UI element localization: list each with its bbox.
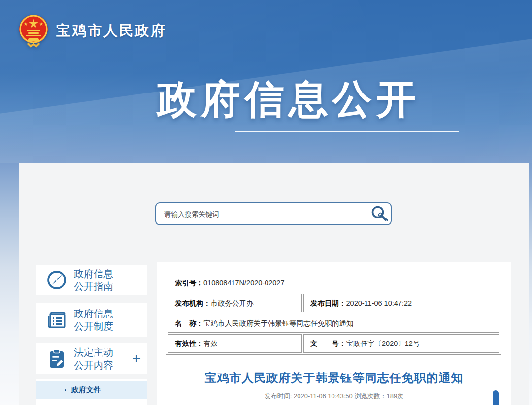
sidebar-item-statutory-disclosure[interactable]: 法定主动 公开内容 + xyxy=(36,343,147,374)
divider-line-right xyxy=(401,214,512,214)
search-box[interactable] xyxy=(155,202,392,225)
sidebar-item-label: 政府信息 公开指南 xyxy=(74,267,113,293)
sidebar-item-disclosure-system[interactable]: 政府信息 公开制度 xyxy=(36,303,147,337)
bullet-dot xyxy=(65,389,66,391)
clipboard-pencil-icon xyxy=(46,348,67,370)
search-icon[interactable] xyxy=(368,204,391,224)
banner: 宝鸡市人民政府 政府信息公开 xyxy=(0,0,532,163)
article-publish-info: 发布时间: 2020-11-06 10:43:50 浏览次数：189次 xyxy=(157,392,511,401)
divider-line-left xyxy=(36,214,145,214)
side-float-bar xyxy=(493,390,499,405)
sidebar-item-disclosure-guide[interactable]: 政府信息 公开指南 xyxy=(36,265,147,295)
national-emblem-icon xyxy=(18,14,49,48)
article-header: 宝鸡市人民政府关于韩景钰等同志任免职的通知 发布时间: 2020-11-06 1… xyxy=(157,262,511,401)
sidebar-subitem-container: 政府文件 xyxy=(36,379,147,405)
banner-underline xyxy=(235,131,459,132)
book-icon xyxy=(46,309,67,331)
expand-plus-icon[interactable]: + xyxy=(132,350,141,367)
sidebar-item-label: 政府信息 公开制度 xyxy=(74,307,113,333)
article-title: 宝鸡市人民政府关于韩景钰等同志任免职的通知 xyxy=(157,370,511,386)
sidebar-item-label: 法定主动 公开内容 xyxy=(74,346,113,372)
site-name[interactable]: 宝鸡市人民政府 xyxy=(56,21,166,41)
search-input[interactable] xyxy=(156,203,368,224)
site-header: 宝鸡市人民政府 xyxy=(18,14,166,48)
sidebar-subitem-label: 政府文件 xyxy=(71,385,101,395)
sidebar-subitem-gov-documents[interactable]: 政府文件 xyxy=(36,381,147,399)
compass-icon xyxy=(46,269,67,291)
banner-title: 政府信息公开 xyxy=(52,74,525,125)
page: 宝鸡市人民政府 政府信息公开 政府信息 公开指南 xyxy=(0,0,532,405)
